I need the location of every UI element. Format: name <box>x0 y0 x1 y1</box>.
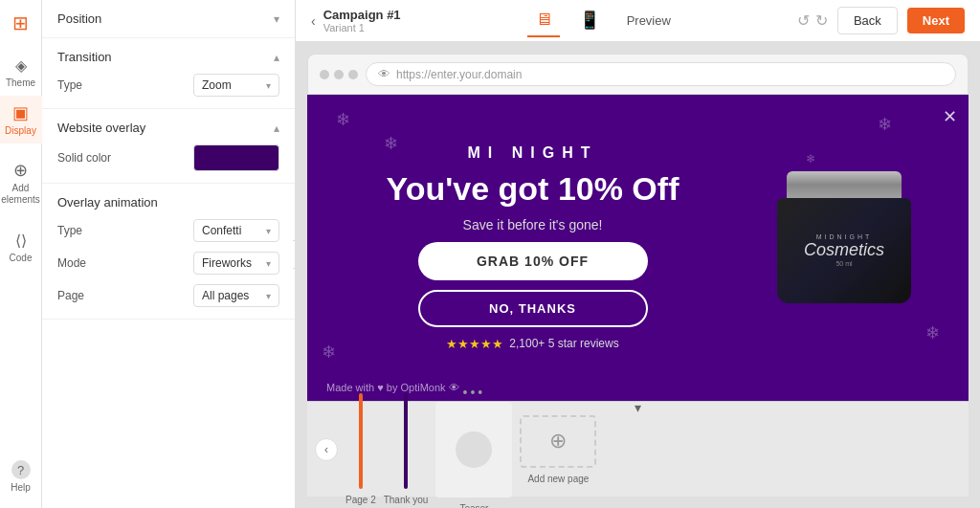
redo-button[interactable]: ↻ <box>815 11 828 30</box>
back-nav-arrow[interactable]: ‹ <box>311 13 316 29</box>
jar-main-label: Cosmetics <box>804 240 884 260</box>
star-review-row: ★★★★★ 2,100+ 5 star reviews <box>446 337 618 351</box>
popup-area: ❄ ❄ ❄ ❄ ❄ ❄ ✕ MI NIGHT You've got 10% Of… <box>307 95 969 401</box>
dot-green <box>348 70 358 79</box>
browser-chrome-bar: 👁 https://enter.your.domain <box>307 54 969 95</box>
overlay-animation-header[interactable]: Overlay animation <box>57 195 279 210</box>
code-icon: ⟨⟩ <box>11 231 31 250</box>
popup-subtext: Save it before it's gone! <box>463 217 603 232</box>
sidebar-item-add-elements[interactable]: ⊕ Add elements <box>0 153 42 213</box>
popup-image-section: MIDNIGHT Cosmetics 50 ml <box>748 171 940 324</box>
logo-icon: ⊞ <box>11 13 31 33</box>
properties-panel: Position ▾ Transition ▴ Type Zoom ▾ Webs… <box>42 0 296 508</box>
mobile-device-btn[interactable]: 📱 <box>571 4 608 38</box>
thumb-scroll-left[interactable]: ‹ <box>315 438 338 461</box>
header-left: ‹ Campaign #1 Variant 1 <box>311 8 401 33</box>
anim-page-dropdown[interactable]: All pages ▾ <box>193 284 279 307</box>
help-icon: ? <box>11 460 31 479</box>
add-page-box: ⊕ <box>520 415 596 468</box>
overlay-chevron: ▴ <box>274 121 279 135</box>
sidebar-item-theme[interactable]: ◈ Theme <box>0 48 42 96</box>
jar-sub-label: 50 ml <box>835 260 852 267</box>
preview-label: Preview <box>627 13 671 28</box>
anim-mode-dropdown[interactable]: Fireworks ▾ <box>193 252 279 275</box>
brand-name: MI NIGHT <box>468 144 598 162</box>
grab-discount-button[interactable]: GRAB 10% OFF <box>418 242 648 280</box>
sidebar-item-logo[interactable]: ⊞ <box>0 8 42 38</box>
next-button[interactable]: Next <box>907 8 965 33</box>
anim-type-arrow: ▾ <box>266 226 271 236</box>
anim-mode-label: Mode <box>57 256 86 270</box>
device-toggle-group: 🖥 📱 <box>527 4 608 38</box>
sidebar-code-label: Code <box>10 253 33 263</box>
sidebar-help-label: Help <box>11 482 31 493</box>
product-jar: MIDNIGHT Cosmetics 50 ml <box>758 171 930 324</box>
type-field-row: Type Zoom ▾ <box>57 74 279 97</box>
expand-chevron[interactable]: ▾ <box>635 400 641 415</box>
desktop-device-btn[interactable]: 🖥 <box>527 4 560 37</box>
jar-brand-label: MIDNIGHT <box>816 233 873 240</box>
teaser-mini-icon <box>456 431 492 468</box>
anim-page-arrow: ▾ <box>266 291 271 301</box>
transition-header[interactable]: Transition ▴ <box>57 50 279 64</box>
overlay-section: Website overlay ▴ Solid color <box>42 109 295 184</box>
anim-type-label: Type <box>57 224 82 237</box>
undo-redo-group: ↺ ↻ <box>797 11 828 30</box>
teaser-thumb-group: ••• <box>435 385 512 497</box>
popup-headline: You've got 10% Off <box>387 171 679 207</box>
back-button[interactable]: Back <box>837 7 898 34</box>
solid-color-row: Solid color <box>57 144 279 171</box>
popup-close-btn[interactable]: ✕ <box>943 106 957 127</box>
no-thanks-button[interactable]: NO, THANKS <box>418 290 648 327</box>
type-dropdown-arrow: ▾ <box>266 80 271 91</box>
main-content-area: ‹ Campaign #1 Variant 1 🖥 📱 Preview ↺ ↻ <box>296 0 980 508</box>
popup-inner-content: MI NIGHT You've got 10% Off Save it befo… <box>307 125 969 369</box>
overlay-animation-section: Overlay animation Type Confetti ▾ Mode F… <box>42 184 295 320</box>
overlay-label: Website overlay <box>57 121 145 135</box>
url-text: https://enter.your.domain <box>396 68 522 81</box>
position-header[interactable]: Position ▾ <box>57 11 279 26</box>
jar-lid <box>787 171 902 198</box>
type-label: Type <box>57 78 82 92</box>
position-label: Position <box>57 11 101 26</box>
sidebar-display-label: Display <box>5 125 36 136</box>
campaign-title: Campaign #1 <box>323 8 401 22</box>
panel-collapse-handle[interactable]: ‹ <box>293 240 296 269</box>
page-thumbnails-bar: ▾ ‹ Page 2 <box>307 401 969 497</box>
undo-button[interactable]: ↺ <box>797 11 810 30</box>
header-right: ↺ ↻ Back Next <box>797 7 965 34</box>
browser-preview-area: 👁 https://enter.your.domain ❄ ❄ ❄ ❄ ❄ ❄ … <box>296 42 980 508</box>
solid-color-swatch[interactable] <box>193 144 279 171</box>
sidebar-item-help[interactable]: ? Help <box>0 453 42 500</box>
add-page-icon: ⊕ <box>549 429 567 453</box>
desktop-icon: 🖥 <box>535 10 552 30</box>
anim-page-label: Page <box>57 289 84 302</box>
display-icon: ▣ <box>11 103 31 122</box>
dot-yellow <box>334 70 344 79</box>
page2-thumbnail[interactable] <box>359 393 363 489</box>
teaser-thumbnail[interactable] <box>435 402 512 497</box>
brand-text: MI NIGHT <box>468 144 598 161</box>
anim-type-dropdown[interactable]: Confetti ▾ <box>193 219 279 242</box>
star-rating: ★★★★★ <box>446 337 503 351</box>
sidebar-item-display[interactable]: ▣ Display <box>0 96 42 144</box>
overlay-header[interactable]: Website overlay ▴ <box>57 121 279 135</box>
anim-mode-row: Mode Fireworks ▾ <box>57 252 279 275</box>
transition-label: Transition <box>57 50 112 64</box>
thankyou-label: Thank you <box>384 495 429 505</box>
header-center: 🖥 📱 Preview <box>527 4 671 38</box>
browser-dots <box>320 70 358 79</box>
type-dropdown[interactable]: Zoom ▾ <box>193 74 279 97</box>
sidebar-icon-panel: ⊞ ◈ Theme ▣ Display ⊕ Add elements ⟨⟩ Co… <box>0 0 42 508</box>
sidebar-add-label: Add elements <box>1 183 40 206</box>
teaser-label: Teaser <box>459 503 488 508</box>
add-page-button[interactable]: ⊕ Add new page <box>520 415 596 484</box>
overlay-animation-label: Overlay animation <box>57 195 158 210</box>
sidebar-item-code[interactable]: ⟨⟩ Code <box>0 223 42 271</box>
dot-red <box>320 70 329 79</box>
campaign-info: Campaign #1 Variant 1 <box>323 8 401 33</box>
url-bar[interactable]: 👁 https://enter.your.domain <box>366 62 956 86</box>
top-header: ‹ Campaign #1 Variant 1 🖥 📱 Preview ↺ ↻ <box>296 0 980 42</box>
review-count: 2,100+ 5 star reviews <box>509 337 618 350</box>
thankyou-thumbnail[interactable] <box>404 393 408 489</box>
